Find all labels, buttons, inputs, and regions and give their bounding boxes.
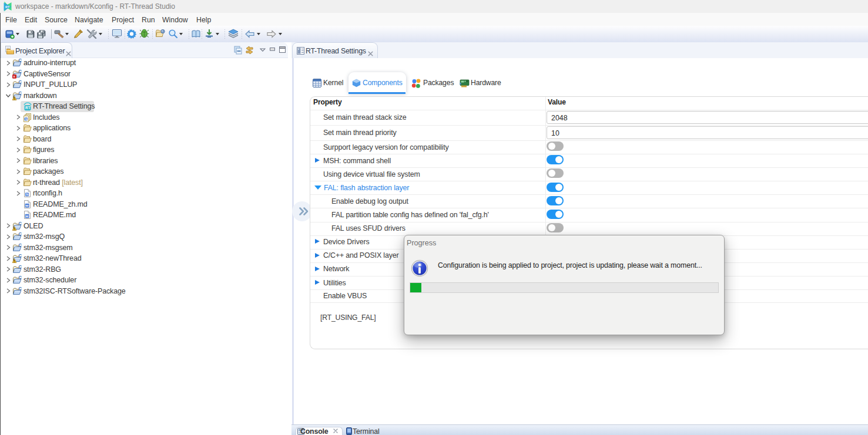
svg-text:C: C xyxy=(19,286,22,291)
svg-text:w: w xyxy=(25,214,29,218)
svg-text:C: C xyxy=(19,91,22,96)
svg-text:C: C xyxy=(19,80,22,85)
svg-text:w: w xyxy=(25,204,29,207)
svg-text:h: h xyxy=(26,193,29,196)
svg-text:h: h xyxy=(25,117,28,120)
svg-text:C: C xyxy=(19,275,22,280)
svg-text:C: C xyxy=(19,221,22,226)
svg-text:C: C xyxy=(19,243,22,248)
svg-text:RT: RT xyxy=(5,5,10,9)
svg-text:C: C xyxy=(19,69,22,74)
svg-text:C: C xyxy=(19,232,22,237)
svg-text:C: C xyxy=(19,58,22,63)
svg-text:C: C xyxy=(19,254,22,258)
svg-text:C: C xyxy=(19,265,22,269)
svg-text:RT: RT xyxy=(25,106,31,110)
